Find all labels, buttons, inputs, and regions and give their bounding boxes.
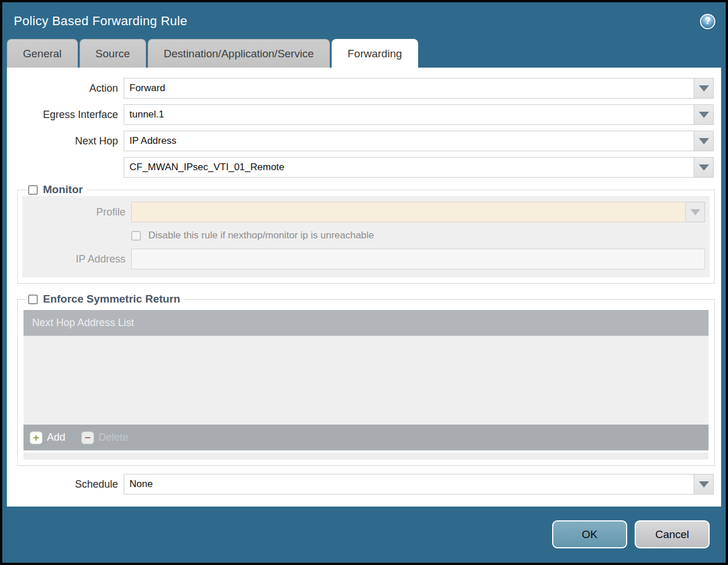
cancel-button[interactable]: Cancel [635,520,710,548]
symmetric-return-group: Enforce Symmetric Return Next Hop Addres… [17,293,715,466]
tab-forwarding[interactable]: Forwarding [332,39,418,68]
tab-destination-application-service[interactable]: Destination/Application/Service [148,39,330,68]
schedule-dropdown-button[interactable] [694,474,714,495]
symmetric-return-title: Enforce Symmetric Return [43,293,180,305]
egress-interface-dropdown-button[interactable] [694,104,714,125]
monitor-legend: Monitor [27,183,86,196]
next-hop-address-dropdown-button[interactable] [694,157,714,178]
monitor-ip-address-label: IP Address [29,253,125,265]
symmetric-return-checkbox[interactable] [28,295,38,304]
delete-button-label: Delete [99,431,128,444]
monitor-ip-address-input [131,249,705,269]
profile-row: Profile [29,202,705,222]
chevron-down-icon [699,85,709,92]
disable-rule-checkbox [131,231,141,241]
next-hop-address-row: CF_MWAN_IPsec_VTI_01_Remote [19,157,714,178]
symmetric-return-legend: Enforce Symmetric Return [27,293,184,305]
dialog-titlebar: Policy Based Forwarding Rule ? [2,2,726,39]
egress-interface-input[interactable]: tunnel.1 [124,104,694,125]
ok-button[interactable]: OK [552,520,627,548]
schedule-row: Schedule None [19,474,714,495]
next-hop-address-list-header: Next Hop Address List [23,310,709,336]
tab-source[interactable]: Source [80,39,146,68]
monitor-ip-address-row: IP Address [29,249,705,269]
disable-rule-row: Disable this rule if nexthop/monitor ip … [131,230,705,241]
next-hop-dropdown-button[interactable] [694,131,714,151]
chevron-down-icon [699,138,709,144]
policy-based-forwarding-rule-dialog: Policy Based Forwarding Rule ? General S… [0,0,728,565]
next-hop-label: Next Hop [19,135,118,147]
next-hop-address-list-body[interactable] [23,336,709,425]
chevron-down-icon [699,164,709,171]
profile-dropdown-button [686,202,705,222]
add-button[interactable]: + Add [30,431,65,444]
action-row: Action Forward [19,78,714,99]
dialog-footer: OK Cancel [2,507,726,563]
monitor-panel: Profile Disable this rule if nexthop/mon… [22,196,710,277]
chevron-down-icon [699,481,709,488]
egress-interface-label: Egress Interface [19,109,118,121]
next-hop-address-table: Next Hop Address List + Add − Delete [23,310,709,450]
tab-bar: General Source Destination/Application/S… [2,39,726,68]
monitor-checkbox[interactable] [28,185,38,195]
next-hop-address-input[interactable]: CF_MWAN_IPsec_VTI_01_Remote [124,157,694,178]
action-input[interactable]: Forward [124,78,694,99]
action-dropdown-button[interactable] [694,78,714,99]
forwarding-tab-panel: Action Forward Egress Interface tunnel.1… [7,68,721,507]
next-hop-row: Next Hop IP Address [19,131,714,151]
plus-icon: + [30,431,42,444]
tab-general[interactable]: General [7,39,78,68]
profile-input [131,202,686,222]
schedule-input[interactable]: None [124,474,694,495]
action-label: Action [19,83,118,95]
schedule-label: Schedule [19,478,118,491]
profile-label: Profile [29,206,125,218]
delete-button: − Delete [81,431,128,444]
egress-interface-row: Egress Interface tunnel.1 [19,104,714,125]
monitor-group: Monitor Profile Disable this rule if nex… [17,183,715,284]
table-bottom-strip [23,453,709,460]
next-hop-type-input[interactable]: IP Address [124,131,694,151]
add-button-label: Add [47,431,65,444]
minus-icon: − [81,431,94,444]
monitor-title: Monitor [43,183,83,196]
help-icon[interactable]: ? [700,14,715,29]
chevron-down-icon [690,209,701,215]
next-hop-address-list-toolbar: + Add − Delete [23,425,709,450]
dialog-title: Policy Based Forwarding Rule [14,14,187,29]
chevron-down-icon [699,112,709,118]
disable-rule-label: Disable this rule if nexthop/monitor ip … [148,230,374,241]
